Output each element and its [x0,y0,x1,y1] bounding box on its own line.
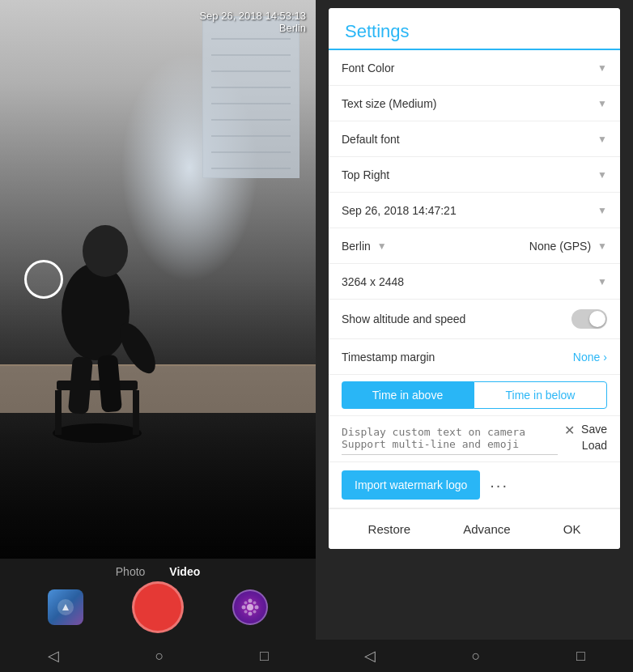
camera-panel: Sep 26, 2018 14:53:13 Berlin Photo Video [0,0,316,640]
import-logo-button[interactable]: Import watermark logo [342,470,480,500]
berlin-label: Berlin [342,240,371,253]
svg-rect-8 [97,355,122,413]
camera-location: Berlin [199,22,306,34]
text-size-chevron: ▼ [597,98,607,109]
timestamp-margin-right: None › [573,351,607,364]
ok-button[interactable]: OK [550,519,594,539]
resolution-row[interactable]: 3264 x 2448 ▼ [329,264,620,300]
svg-rect-7 [68,356,93,415]
more-options-button[interactable]: ··· [490,476,508,495]
svg-rect-3 [133,390,139,435]
gps-chevron: ▼ [597,240,607,252]
menu-icon-left[interactable]: □ [260,648,269,665]
svg-point-14 [249,612,253,616]
background-building [202,16,300,178]
svg-point-18 [253,602,257,605]
berlin-chevron: ▼ [377,240,387,252]
watermark-row: Import watermark logo ··· [329,462,620,508]
datetime-label: Sep 26, 2018 14:47:21 [342,204,457,217]
timestamp-margin-value: None [573,351,600,364]
timestamp-margin-label: Timestamp margin [342,351,435,364]
custom-text-area: ✕ Save Load [329,416,620,462]
svg-point-19 [244,610,248,614]
home-icon-left[interactable]: ○ [155,648,164,665]
action-buttons: Restore Advance OK [329,508,620,549]
timestamp-margin-row[interactable]: Timestamp margin None › [329,339,620,375]
svg-point-5 [83,225,128,277]
font-color-chevron: ▼ [597,62,607,74]
font-color-row[interactable]: Font Color ▼ [329,50,620,86]
load-text-button[interactable]: Load [582,439,607,452]
timestamp-overlay: Sep 26, 2018 14:53:13 Berlin [199,10,306,34]
altitude-speed-row[interactable]: Show altitude and speed [329,300,620,339]
person-silhouette [32,186,162,445]
nav-bar: ◁ ○ □ ◁ ○ □ [0,640,633,672]
effects-button[interactable] [232,589,268,625]
restore-button[interactable]: Restore [355,519,424,539]
camera-mode-button[interactable] [24,260,63,299]
svg-point-17 [244,602,248,605]
back-icon-left[interactable]: ◁ [48,647,59,665]
location-gps-content: Berlin ▼ None (GPS) ▼ [342,240,607,253]
text-size-label: Text size (Medium) [342,97,436,110]
video-mode-label[interactable]: Video [169,565,200,578]
font-color-label: Font Color [342,62,394,74]
position-row[interactable]: Top Right ▼ [329,157,620,193]
clear-text-icon[interactable]: ✕ [564,423,575,438]
svg-rect-1 [57,381,138,390]
svg-rect-2 [55,390,62,435]
menu-icon-right[interactable]: □ [576,648,585,665]
altitude-speed-label: Show altitude and speed [342,313,465,325]
gallery-button[interactable] [48,589,83,625]
svg-point-12 [247,604,253,610]
back-icon-right[interactable]: ◁ [364,647,376,665]
time-in-below-button[interactable]: Time in below [474,381,607,409]
text-actions: Save Load [581,423,607,452]
camera-viewfinder: Sep 26, 2018 14:53:13 Berlin [0,0,316,559]
svg-point-0 [53,423,142,443]
svg-point-15 [242,606,246,610]
nav-right: ◁ ○ □ [316,647,633,665]
position-label: Top Right [342,168,389,181]
altitude-speed-toggle[interactable] [571,309,607,329]
gps-label: None (GPS) [529,240,591,253]
home-icon-right[interactable]: ○ [472,648,481,665]
default-font-row[interactable]: Default font ▼ [329,121,620,157]
default-font-label: Default font [342,133,400,146]
record-button[interactable] [132,581,184,633]
gps-right: None (GPS) ▼ [529,240,607,253]
svg-point-16 [255,606,259,610]
settings-title: Settings [329,8,620,50]
resolution-chevron: ▼ [597,276,607,287]
default-font-chevron: ▼ [597,134,607,145]
svg-point-20 [253,610,257,614]
camera-timestamp: Sep 26, 2018 14:53:13 [199,10,306,22]
svg-point-13 [249,599,253,603]
toggle-knob [589,311,605,327]
settings-list: Font Color ▼ Text size (Medium) ▼ Defaul… [329,50,620,549]
timestamp-margin-chevron: › [603,351,607,364]
time-in-above-button[interactable]: Time in above [342,381,474,409]
settings-card: Settings Font Color ▼ Text size (Medium)… [329,8,620,549]
location-gps-row[interactable]: Berlin ▼ None (GPS) ▼ [329,228,620,264]
position-chevron: ▼ [597,169,607,181]
resolution-label: 3264 x 2448 [342,275,404,288]
datetime-chevron: ▼ [597,205,607,216]
settings-panel: Settings Font Color ▼ Text size (Medium)… [316,0,633,640]
save-text-button[interactable]: Save [581,423,607,436]
svg-point-4 [62,263,130,360]
advance-button[interactable]: Advance [450,519,523,539]
mode-labels: Photo Video [116,565,200,578]
nav-left: ◁ ○ □ [0,647,316,665]
effects-icon [240,597,261,618]
camera-controls: Photo Video [0,559,316,640]
datetime-row[interactable]: Sep 26, 2018 14:47:21 ▼ [329,193,620,228]
time-buttons-row: Time in above Time in below [329,375,620,416]
gallery-icon [54,596,77,619]
location-left: Berlin ▼ [342,240,529,253]
photo-mode-label[interactable]: Photo [116,565,146,578]
text-size-row[interactable]: Text size (Medium) ▼ [329,86,620,121]
custom-text-input[interactable] [342,423,558,455]
